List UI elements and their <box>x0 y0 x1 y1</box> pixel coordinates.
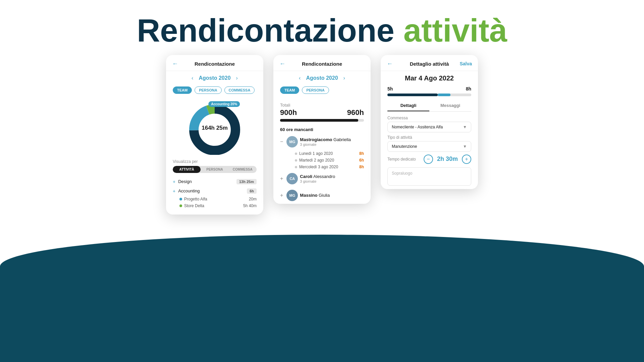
card-rendicontazione-2: ← Rendicontazione ‹ Agosto 2020 › TEAM P… <box>273 55 371 204</box>
wave-background <box>0 235 644 362</box>
filter-tab-persona[interactable]: PERSONA <box>195 86 221 94</box>
avatar-caroli: CA <box>286 173 298 184</box>
tempo-value: 2h 30m <box>437 156 458 163</box>
day3-dot <box>295 166 297 168</box>
progress-bar-dark <box>387 94 438 96</box>
card1-prev-month[interactable]: ‹ <box>192 75 193 81</box>
seg-control: ATTIVITÀ PERSONA COMMESSA <box>173 166 257 173</box>
card2-back-arrow[interactable]: ← <box>279 60 285 67</box>
card3-title: Dettaglio attività <box>410 61 449 67</box>
totali-label: Totali <box>280 103 364 108</box>
day3-hours: 8h <box>359 165 364 169</box>
person1-name: Mastrogiacomo Gabriella <box>300 137 351 142</box>
card3-back-arrow[interactable]: ← <box>387 60 393 67</box>
day-row-2: Martedì 2 ago 2020 6h <box>273 157 371 164</box>
totali-current: 900h <box>280 108 297 117</box>
donut-center: 164h 25m <box>202 125 228 131</box>
design-time: 13h 25m <box>236 179 257 184</box>
card1-next-month[interactable]: › <box>236 75 238 81</box>
person2-plus[interactable]: + <box>280 176 283 182</box>
card1-filter-tabs: TEAM PERSONA COMMESSA <box>166 84 263 98</box>
donut-chart-area: Accounting 20% 164h 25m <box>166 98 263 157</box>
time-progress-section: 5h 8h <box>381 85 478 100</box>
accounting-time: 6h <box>247 188 257 194</box>
totali-max: 960h <box>347 108 364 117</box>
tempo-increment[interactable]: + <box>462 155 471 164</box>
day-row-3: Mercoledì 3 ago 2020 8h <box>273 164 371 170</box>
card2-next-month[interactable]: › <box>343 75 345 81</box>
hero-section: Rendicontazione attività <box>0 0 644 52</box>
tempo-label: Tempo dedicato <box>387 157 420 162</box>
activity-list: + Design 13h 25m + Accounting 6h Progett… <box>166 174 263 215</box>
sub-name-alfa: Progetto Alfa <box>184 197 207 201</box>
person-mastrogiacomo: − MG Mastrogiacomo Gabriella 3 giornate <box>273 133 371 150</box>
seg-attivita[interactable]: ATTIVITÀ <box>173 166 201 173</box>
card2-title: Rendicontazione <box>302 61 342 67</box>
card2-filter-team[interactable]: TEAM <box>280 86 299 94</box>
visualizza-per-section: Visualizza per ATTIVITÀ PERSONA COMMESSA <box>166 157 263 174</box>
time-max: 8h <box>466 86 471 92</box>
card2-prev-month[interactable]: ‹ <box>299 75 301 81</box>
seg-commessa[interactable]: COMMESSA <box>229 166 257 173</box>
time-current: 5h <box>387 86 393 92</box>
card2-header: ← Rendicontazione <box>273 55 371 71</box>
card-rendicontazione: ← Rendicontazione ‹ Agosto 2020 › TEAM P… <box>166 55 263 215</box>
dot-progetto <box>179 198 182 200</box>
note-placeholder: Sopraluogo <box>392 171 412 176</box>
sub-time-alfa: 20m <box>249 197 257 201</box>
avatar-massino: MG <box>286 190 298 201</box>
card1-back-arrow[interactable]: ← <box>172 60 178 67</box>
detail-date: Mar 4 Ago 2022 <box>381 71 478 85</box>
time-labels: 5h 8h <box>387 86 471 92</box>
detail-tabs: Dettagli Messaggi <box>387 100 471 112</box>
hero-title-dark: Rendicontazione <box>137 12 394 48</box>
person3-name: Massino Giulia <box>300 193 330 198</box>
tipo-select[interactable]: Manutenzione ▼ <box>387 141 471 152</box>
cards-container: ← Rendicontazione ‹ Agosto 2020 › TEAM P… <box>0 52 644 215</box>
seg-persona[interactable]: PERSONA <box>201 166 228 173</box>
tab-dettagli[interactable]: Dettagli <box>387 100 429 111</box>
card1-header: ← Rendicontazione <box>166 55 263 71</box>
tipo-chevron: ▼ <box>463 144 467 149</box>
person1-minus[interactable]: − <box>280 139 283 145</box>
sub-name-delta: Store Delta <box>184 203 204 208</box>
save-button[interactable]: Salva <box>460 61 472 66</box>
tempo-decrement[interactable]: − <box>424 155 433 164</box>
card2-month-nav: ‹ Agosto 2020 › <box>273 71 371 84</box>
person2-giornate: 3 giornate <box>300 179 335 183</box>
filter-tab-commessa[interactable]: COMMESSA <box>224 86 255 94</box>
progress-bar-bg <box>387 94 471 96</box>
day1-dot <box>295 153 297 155</box>
day-row-1: Lunedì 1 ago 2020 8h <box>273 150 371 157</box>
day2-dot <box>295 159 297 162</box>
activity-accounting: + Accounting 6h <box>173 186 257 196</box>
filter-tab-team[interactable]: TEAM <box>173 86 192 94</box>
card2-month: Agosto 2020 <box>306 75 338 81</box>
tipo-label: Tipo di attività <box>387 135 471 140</box>
note-area[interactable]: Sopraluogo <box>387 167 471 186</box>
card1-month-nav: ‹ Agosto 2020 › <box>166 71 263 84</box>
person-massino: + MG Massino Giulia <box>273 187 371 204</box>
card2-filter-tabs: TEAM PERSONA <box>273 84 371 98</box>
day1-hours: 8h <box>359 151 364 156</box>
tab-messaggi[interactable]: Messaggi <box>429 100 471 111</box>
design-expand[interactable]: + <box>173 179 175 184</box>
sub-time-delta: 5h 40m <box>243 203 257 208</box>
accounting-name: Accounting <box>178 188 200 193</box>
person2-name: Caroli Alessandro <box>300 174 335 179</box>
sub-progetto-alfa: Progetto Alfa 20m <box>173 196 257 202</box>
progress-bar-teal <box>438 94 450 96</box>
commessa-select[interactable]: Nomecliente - Assitenza Alfa ▼ <box>387 122 471 132</box>
commessa-chevron: ▼ <box>463 125 467 129</box>
activity-design: + Design 13h 25m <box>173 177 257 186</box>
card1-title: Rendicontazione <box>195 61 235 67</box>
dot-store <box>179 204 182 207</box>
sub-store-delta: Store Delta 5h 40m <box>173 202 257 209</box>
accounting-expand[interactable]: + <box>173 188 175 194</box>
card1-month: Agosto 2020 <box>199 75 230 81</box>
person3-plus[interactable]: + <box>280 192 283 198</box>
card-dettaglio: ← Dettaglio attività Salva Mar 4 Ago 202… <box>381 55 478 189</box>
day2-hours: 6h <box>359 158 364 163</box>
card2-filter-persona[interactable]: PERSONA <box>302 86 329 94</box>
tipo-value: Manutenzione <box>392 144 417 149</box>
